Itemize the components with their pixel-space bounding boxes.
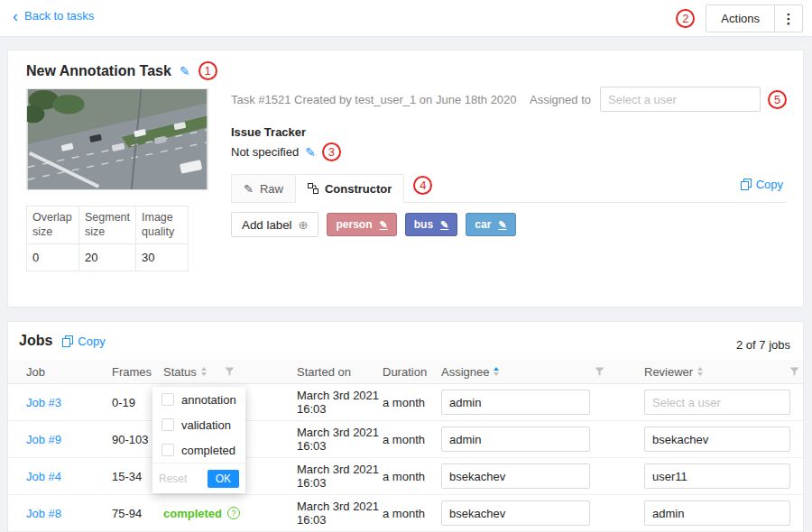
job-started: March 3rd 2021 16:03 xyxy=(297,500,383,527)
edit-label-icon[interactable]: ✎ xyxy=(498,219,506,231)
add-label-text: Add label xyxy=(242,218,292,232)
sort-carets-icon[interactable] xyxy=(697,367,703,376)
job-link[interactable]: Job #3 xyxy=(26,396,112,409)
filter-ok-button[interactable]: OK xyxy=(208,470,239,488)
job-assignee-input[interactable] xyxy=(441,427,590,452)
annotation-mark-4: 4 xyxy=(413,176,432,195)
column-frames: Frames xyxy=(112,365,163,379)
back-to-tasks-link[interactable]: ‹ Back to tasks xyxy=(13,9,94,23)
actions-button[interactable]: Actions xyxy=(706,5,775,32)
column-duration: Duration xyxy=(383,365,441,379)
status-filter-dropdown: annotation validation completed Reset OK xyxy=(152,387,245,493)
job-row: Job #8 75-94 completed ? March 3rd 2021 … xyxy=(8,495,803,532)
tab-constructor[interactable]: Constructor xyxy=(295,174,404,203)
actions-area: 2 Actions ⋮ xyxy=(676,5,803,32)
column-status-label: Status xyxy=(163,365,197,379)
assignee-filter-icon[interactable] xyxy=(595,367,604,376)
job-row: Job #9 90-103 March 3rd 2021 16:03 a mon… xyxy=(8,421,803,458)
job-assignee-input[interactable] xyxy=(441,463,590,489)
filter-reset-button[interactable]: Reset xyxy=(159,472,187,485)
edit-issue-tracker-icon[interactable]: ✎ xyxy=(305,143,316,161)
filter-option-annotation[interactable]: annotation xyxy=(152,387,245,412)
job-row: Job #3 0-19 March 3rd 2021 16:03 a month xyxy=(8,384,803,421)
annotation-mark-2: 2 xyxy=(676,9,695,28)
job-duration: a month xyxy=(383,507,441,520)
param-header-overlap: Overlap size xyxy=(27,206,79,244)
task-meta-row: Task #1521 Created by test_user_1 on Jun… xyxy=(231,87,787,112)
tab-raw-label: Raw xyxy=(260,182,283,196)
annotation-mark-5: 5 xyxy=(768,90,787,109)
job-status-text: completed xyxy=(163,507,222,520)
job-link[interactable]: Job #8 xyxy=(26,507,112,520)
job-reviewer-input[interactable] xyxy=(644,500,790,526)
copy-jobs-link[interactable]: Copy xyxy=(62,335,105,348)
annotation-mark-3: 3 xyxy=(322,142,341,161)
jobs-table: Job Frames Status Started on Duration As… xyxy=(8,360,803,532)
copy-icon xyxy=(62,335,73,347)
label-tag-bus[interactable]: bus ✎ xyxy=(405,213,458,236)
job-frames: 75-94 xyxy=(112,507,163,520)
top-bar: ‹ Back to tasks 2 Actions ⋮ xyxy=(0,0,812,37)
job-link[interactable]: Job #4 xyxy=(26,470,112,483)
add-label-button[interactable]: Add label ⊕ xyxy=(231,212,318,237)
back-chevron-icon: ‹ xyxy=(13,10,18,23)
filter-option-validation[interactable]: validation xyxy=(152,412,245,437)
job-assignee-input[interactable] xyxy=(441,390,590,415)
copy-jobs-label: Copy xyxy=(78,335,105,348)
label-tag-bus-name: bus xyxy=(414,218,433,231)
issue-tracker-block: Issue Tracker Not specified ✎ 3 xyxy=(231,124,787,161)
more-menu-button[interactable]: ⋮ xyxy=(774,5,803,32)
checkbox-icon[interactable] xyxy=(161,393,174,406)
label-tag-person[interactable]: person ✎ xyxy=(327,213,396,236)
sort-carets-icon[interactable] xyxy=(201,367,207,376)
thumbnail-road-scene xyxy=(27,89,208,189)
job-status: completed ? xyxy=(163,507,297,520)
vertical-dots-icon: ⋮ xyxy=(782,11,796,27)
param-header-segment: Segment size xyxy=(79,206,136,244)
label-tag-car[interactable]: car ✎ xyxy=(466,213,515,236)
job-started: March 3rd 2021 16:03 xyxy=(297,463,383,490)
filter-option-label: annotation xyxy=(181,393,236,407)
reviewer-filter-icon[interactable] xyxy=(789,367,799,376)
job-started: March 3rd 2021 16:03 xyxy=(297,389,383,416)
job-duration: a month xyxy=(383,396,441,409)
edit-label-icon[interactable]: ✎ xyxy=(380,219,388,231)
column-assignee[interactable]: Assignee xyxy=(441,365,644,379)
sort-carets-icon[interactable] xyxy=(494,367,499,376)
job-reviewer-input[interactable] xyxy=(644,390,790,415)
status-filter-icon[interactable] xyxy=(225,367,235,376)
task-card: New Annotation Task ✎ 1 xyxy=(7,50,804,307)
param-value-segment: 20 xyxy=(79,244,136,271)
column-status[interactable]: Status xyxy=(163,365,297,379)
jobs-card: Jobs Copy 2 of 7 jobs Job Frames Status xyxy=(7,321,804,532)
issue-tracker-label: Issue Tracker xyxy=(231,124,787,141)
filter-option-completed[interactable]: completed xyxy=(152,437,245,463)
param-value-quality: 30 xyxy=(136,244,189,271)
question-circle-icon[interactable]: ? xyxy=(227,507,240,519)
edit-label-icon[interactable]: ✎ xyxy=(440,219,448,231)
pencil-icon: ✎ xyxy=(244,182,254,196)
jobs-count: 2 of 7 jobs xyxy=(736,338,790,352)
actions-button-group: Actions ⋮ xyxy=(706,5,803,32)
job-duration: a month xyxy=(383,433,441,446)
copy-labels-link[interactable]: Copy xyxy=(741,178,783,191)
job-assignee-input[interactable] xyxy=(441,500,590,526)
jobs-table-header: Job Frames Status Started on Duration As… xyxy=(8,360,803,384)
filter-dropdown-footer: Reset OK xyxy=(152,463,245,493)
back-link-label: Back to tasks xyxy=(24,9,94,23)
job-link[interactable]: Job #9 xyxy=(26,433,112,446)
issue-tracker-value-row: Not specified ✎ 3 xyxy=(231,142,787,161)
param-value-overlap: 0 xyxy=(27,244,79,271)
column-reviewer[interactable]: Reviewer xyxy=(644,365,803,379)
column-job: Job xyxy=(26,365,112,379)
task-title: New Annotation Task xyxy=(26,63,171,79)
tab-raw[interactable]: ✎ Raw xyxy=(231,174,296,202)
job-duration: a month xyxy=(383,470,441,483)
copy-labels-label: Copy xyxy=(756,178,783,191)
edit-title-icon[interactable]: ✎ xyxy=(180,64,190,78)
checkbox-icon[interactable] xyxy=(161,444,174,456)
job-reviewer-input[interactable] xyxy=(644,427,790,452)
job-reviewer-input[interactable] xyxy=(644,463,790,489)
task-assignee-input[interactable] xyxy=(600,87,761,112)
checkbox-icon[interactable] xyxy=(161,418,174,431)
